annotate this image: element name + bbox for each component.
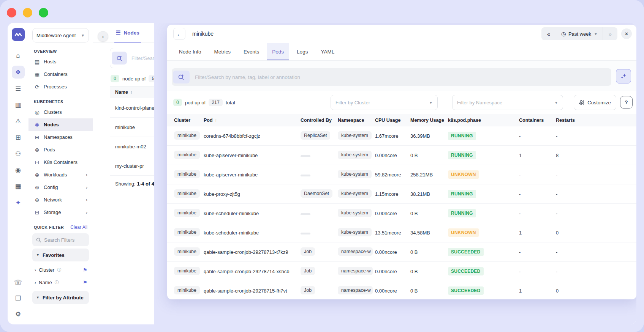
window-minimize-button[interactable] (23, 8, 32, 17)
info-icon: ⓘ (55, 280, 59, 285)
column-header-cpu-usage[interactable]: CPU Usage (375, 118, 410, 123)
pods-search-placeholder: Filter/Search by name, tag, label or ann… (195, 74, 300, 80)
column-header-restarts[interactable]: Restarts (556, 118, 594, 123)
screenshot-root: ⌂❖☰▥⚠⊞⚇◉▦✦ ☏❒⚙ Middleware Agent ▼ OVERVI… (0, 0, 644, 332)
cell-namespace: kube-system (338, 209, 375, 218)
sidebar-item-config[interactable]: ⊚Config› (28, 181, 93, 194)
cell-controlled-by (301, 153, 338, 158)
sidebar-item-containers[interactable]: ▦Containers (28, 68, 93, 80)
nodes-view-tab-nodes[interactable]: ☰Nodes (114, 23, 141, 42)
tab-events[interactable]: Events (239, 43, 264, 60)
question-mark-icon: ? (625, 99, 628, 105)
favorites-group-toggle[interactable]: ▼ Favorites (32, 249, 89, 261)
detail-title: minikube (192, 31, 214, 37)
tab-yaml[interactable]: YAML (316, 43, 339, 60)
column-header-containers[interactable]: Containers (519, 118, 556, 123)
dashboards-rail-button[interactable]: ⊞ (12, 131, 25, 144)
time-range-prev-button[interactable]: « (541, 27, 556, 40)
cell-memory-usage: 0 B (410, 211, 448, 216)
k8s-containers-icon: ⊡ (34, 159, 40, 165)
sidebar-item-network[interactable]: ⊕Network› (28, 194, 93, 206)
sidebar-item-storage[interactable]: ⊟Storage› (28, 206, 93, 219)
customize-columns-button[interactable]: Customize (574, 95, 616, 110)
cell-cluster: minikube (174, 267, 204, 276)
time-range-next-button[interactable]: » (603, 27, 617, 40)
reports-rail-button[interactable]: ▥ (12, 98, 25, 111)
pod-table-row[interactable]: minikubeqable-sample-cronjob-29278713-t7… (167, 242, 636, 262)
cell-memory-usage: 0 B (410, 269, 448, 274)
ai-assistant-rail-button[interactable]: ✦ (12, 196, 25, 209)
pod-table-row[interactable]: minikubekube-apiserver-minikubekube-syst… (167, 146, 636, 165)
alerts-rail-button[interactable]: ⚠ (12, 115, 25, 127)
home-rail-button[interactable]: ⌂ (12, 49, 25, 62)
resources-rail-button[interactable]: ▦ (12, 180, 25, 193)
filter-by-attribute-toggle[interactable]: ▼ Filter by Attribute (32, 291, 89, 304)
pod-table-row[interactable]: minikubekube-scheduler-minikubekube-syst… (167, 223, 636, 242)
tab-metrics[interactable]: Metrics (209, 43, 236, 60)
sidebar-collapse-button[interactable]: ‹ (98, 31, 108, 42)
logo-wave-icon (14, 30, 22, 39)
tab-pods[interactable]: Pods (267, 43, 289, 60)
containers-icon: ▦ (34, 71, 40, 77)
window-close-button[interactable] (7, 8, 16, 17)
infrastructure-rail-button[interactable]: ❖ (12, 66, 25, 79)
detail-close-button[interactable]: ✕ (621, 28, 632, 39)
clear-all-link[interactable]: Clear All (70, 225, 87, 230)
cell-controlled-by: ReplicaSet (301, 131, 338, 141)
logs-rail-button[interactable]: ☰ (12, 82, 25, 95)
ai-query-button[interactable] (616, 69, 631, 83)
pod-table-row[interactable]: minikubecoredns-674b8bbfcf-zgcjzReplicaS… (167, 126, 636, 146)
pod-table-row[interactable]: minikubeqable-sample-cronjob-29278715-fh… (167, 281, 636, 299)
search-filters-placeholder: Search Filters (44, 237, 74, 243)
cluster-badge: minikube (174, 267, 200, 275)
sidebar-item-workloads[interactable]: ⊜Workloads› (28, 168, 93, 181)
sidebar-item-namespaces[interactable]: ⊞Namespaces (28, 131, 93, 143)
back-button[interactable]: ← (173, 28, 185, 40)
support-rail-button[interactable]: ☏ (12, 276, 25, 289)
empty-value-bar (301, 213, 310, 215)
agent-rail-button[interactable]: ⚇ (12, 147, 25, 160)
packages-icon: ❒ (15, 294, 21, 302)
column-header-cluster[interactable]: Cluster (174, 118, 204, 123)
controlled-by-badge: ReplicaSet (301, 131, 330, 140)
pod-table-row[interactable]: minikubekube-apiserver-minikubekube-syst… (167, 165, 636, 184)
time-range-selector[interactable]: ◷ Past week ▼ (556, 27, 603, 40)
info-icon: ⓘ (57, 267, 61, 273)
column-header-k8s-pod-phase[interactable]: k8s.pod.phase (448, 118, 519, 123)
sidebar-item-pods[interactable]: ⊛Pods (28, 143, 93, 156)
project-selector[interactable]: Middleware Agent ▼ (32, 28, 89, 42)
sidebar-item-hosts[interactable]: ▤Hosts (28, 55, 93, 68)
filter-by-namespace-dropdown[interactable]: Filter by Namespace ▼ (452, 95, 563, 110)
favorite-filter-cluster[interactable]: ›Clusterⓘ⚑ (28, 264, 93, 276)
packages-rail-button[interactable]: ❒ (12, 292, 25, 305)
column-header-namespace[interactable]: Namespace (338, 118, 375, 123)
pod-table-row[interactable]: minikubekube-scheduler-minikubekube-syst… (167, 204, 636, 223)
pods-search-input[interactable]: Filter/Search by name, tag, label or ann… (172, 68, 611, 86)
column-header-memory-usage[interactable]: Memory Usage (410, 118, 448, 123)
cell-namespace: kube-system (338, 170, 375, 179)
middleware-logo[interactable] (12, 28, 25, 41)
cell-cluster: minikube (174, 151, 204, 160)
pod-table-row[interactable]: minikubekube-proxy-zjt5gDaemonSetkube-sy… (167, 184, 636, 204)
filter-by-cluster-dropdown[interactable]: Filter by Cluster ▼ (331, 95, 438, 110)
window-zoom-button[interactable] (39, 8, 48, 17)
quick-filter-header: QUICK FILTER Clear All (34, 225, 87, 230)
sidebar-item-processes[interactable]: ⟳Processes (28, 80, 93, 93)
column-header-pod[interactable]: Pod↑ (204, 118, 301, 123)
traces-rail-button[interactable]: ◉ (12, 164, 25, 176)
search-filters-input[interactable]: Search Filters (32, 233, 89, 246)
help-button[interactable]: ? (620, 96, 633, 109)
column-header-controlled-by[interactable]: Controlled By (301, 118, 338, 123)
tab-logs[interactable]: Logs (292, 43, 313, 60)
tab-node-info[interactable]: Node Info (174, 43, 206, 60)
column-header-label: Restarts (556, 118, 575, 123)
home-icon: ⌂ (16, 52, 20, 60)
favorite-filter-name[interactable]: ›Nameⓘ⚑ (28, 276, 93, 289)
sidebar-item-k8s-containers[interactable]: ⊡K8s Containers (28, 156, 93, 168)
settings-rail-button[interactable]: ⚙ (12, 308, 25, 321)
sidebar-item-nodes[interactable]: ⚛Nodes (28, 118, 93, 131)
sidebar-item-clusters[interactable]: ◎Clusters (28, 106, 93, 118)
namespace-badge: namespace-w (338, 267, 373, 275)
pod-table-row[interactable]: minikubeqable-sample-cronjob-29278714-xs… (167, 262, 636, 281)
favorite-filter-label: Cluster (39, 267, 54, 273)
